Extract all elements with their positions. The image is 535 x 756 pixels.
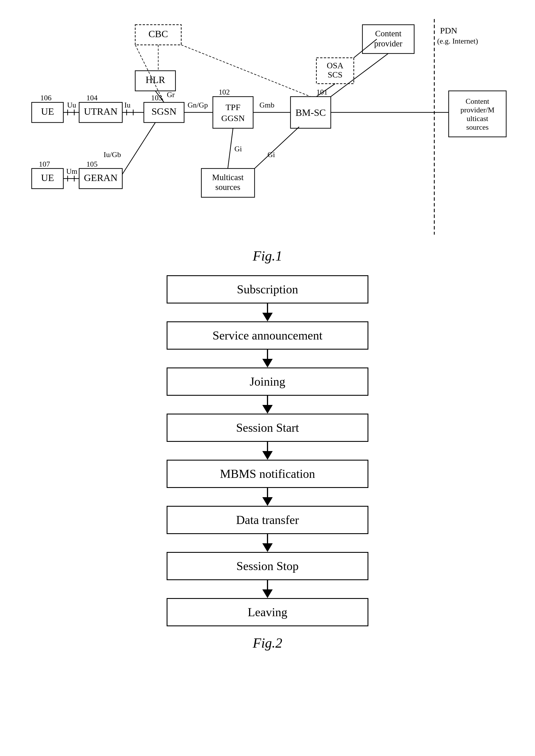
flow-box-session-stop: Session Stop — [167, 552, 368, 580]
tpf-multicast-line — [228, 128, 233, 169]
arrow-4 — [262, 451, 273, 460]
tpf-label: TPF — [226, 102, 241, 112]
flow-box-leaving: Leaving — [167, 598, 368, 626]
multicast-label2: sources — [215, 182, 240, 192]
gi-label1: Gi — [234, 145, 242, 153]
flow-box-joining: Joining — [167, 368, 368, 396]
cp-m-label3: ulticast — [467, 114, 489, 123]
fig1-diagram: CBC HLR UE 106 UTRAN 104 SGSN 103 TPF GG… — [23, 17, 512, 236]
flow-box-mbms-notification: MBMS notification — [167, 460, 368, 488]
geran-sgsn-line — [122, 123, 155, 174]
arrow-line-7 — [267, 580, 268, 589]
arrow-6 — [262, 543, 273, 552]
flow-label-session-stop: Session Stop — [237, 559, 298, 573]
flow-box-service-announcement: Service announcement — [167, 322, 368, 350]
gi-label2: Gi — [268, 151, 275, 159]
fig1-title: Fig.1 — [253, 248, 283, 264]
geran-label: GERAN — [84, 172, 118, 183]
flow-box-data-transfer: Data transfer — [167, 506, 368, 534]
arrow-line-5 — [267, 488, 268, 497]
flow-label-leaving: Leaving — [248, 605, 287, 619]
cbc-bmsc-line — [181, 45, 311, 97]
ue-top-label: UE — [41, 106, 54, 117]
flow-label-mbms-notification: MBMS notification — [220, 467, 315, 481]
cp-m-label1: Content — [465, 97, 490, 105]
flow-label-subscription: Subscription — [237, 283, 298, 296]
arrow-line-3 — [267, 396, 268, 405]
cbc-label: CBC — [149, 29, 168, 39]
page: CBC HLR UE 106 UTRAN 104 SGSN 103 TPF GG… — [0, 0, 535, 756]
arrow-7 — [262, 589, 273, 598]
gngp-label: Gn/Gp — [188, 101, 208, 109]
label-102: 102 — [218, 88, 230, 96]
arrow-line-1 — [267, 303, 268, 313]
cp-m-label2: provider/M — [460, 106, 494, 114]
flow-label-service-announcement: Service announcement — [212, 329, 322, 342]
label-104: 104 — [86, 94, 98, 102]
bmsc-multicast-line — [255, 127, 299, 169]
multicast-label1: Multicast — [212, 173, 243, 182]
gmb-label: Gmb — [260, 101, 274, 109]
arrow-1 — [262, 313, 273, 322]
scs-label: SCS — [328, 70, 343, 79]
arrow-line-6 — [267, 534, 268, 543]
iugb-label: Iu/Gb — [103, 151, 121, 159]
label-105: 105 — [86, 160, 98, 168]
arrow-2 — [262, 359, 273, 368]
sgsn-label: SGSN — [152, 106, 177, 117]
flow-box-session-start: Session Start — [167, 414, 368, 442]
bm-sc-label: BM-SC — [296, 107, 326, 118]
content-provider-label1: Content — [375, 29, 402, 38]
label-107: 107 — [39, 160, 50, 168]
flow-label-joining: Joining — [250, 375, 285, 388]
fig2-wrapper: Subscription Service announcement Joinin… — [23, 275, 512, 651]
flowchart: Subscription Service announcement Joinin… — [155, 275, 380, 626]
flow-label-data-transfer: Data transfer — [236, 513, 299, 527]
arrow-3 — [262, 405, 273, 414]
label-106: 106 — [40, 94, 52, 102]
flow-label-session-start: Session Start — [236, 421, 299, 434]
fig1-svg: CBC HLR UE 106 UTRAN 104 SGSN 103 TPF GG… — [23, 17, 512, 236]
tpf-ggsn-box — [213, 97, 253, 128]
arrow-line-4 — [267, 442, 268, 451]
osa-label: OSA — [327, 61, 344, 70]
arrow-line-2 — [267, 350, 268, 359]
uu-label: Uu — [67, 101, 76, 109]
iu-label: Iu — [124, 101, 130, 109]
fig2-title: Fig.2 — [253, 635, 283, 651]
flow-box-subscription: Subscription — [167, 275, 368, 303]
um-label: Um — [66, 167, 77, 176]
utran-label: UTRAN — [84, 106, 118, 117]
cp-m-label4: sources — [466, 123, 489, 131]
ggsn-label: GGSN — [221, 113, 245, 123]
pdn-label: PDN — [440, 26, 458, 35]
gr-label: Gr — [167, 91, 175, 99]
arrow-5 — [262, 497, 273, 506]
content-provider-label2: provider — [374, 39, 403, 48]
ue-bottom-label: UE — [41, 172, 54, 183]
hlr-label: HLR — [146, 74, 165, 85]
pdn-sublabel: (e.g. Internet) — [437, 37, 478, 45]
